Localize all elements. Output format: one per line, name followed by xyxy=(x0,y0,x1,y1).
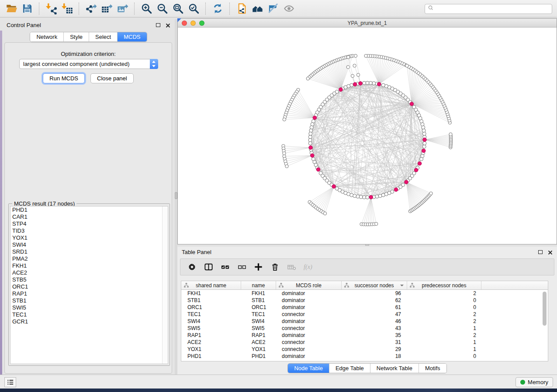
network-node[interactable] xyxy=(283,152,286,155)
import-network-icon[interactable] xyxy=(43,1,59,16)
network-node[interactable] xyxy=(359,195,363,199)
show-columns-icon[interactable] xyxy=(203,262,214,272)
list-item[interactable]: GCR1 xyxy=(10,318,168,325)
network-node[interactable] xyxy=(308,138,312,142)
mcds-node[interactable] xyxy=(422,149,426,153)
mcds-node[interactable] xyxy=(414,168,418,172)
mcds-node[interactable] xyxy=(316,168,320,172)
share-document-icon[interactable] xyxy=(234,1,249,16)
delete-entry-icon[interactable] xyxy=(270,262,280,272)
tab-select[interactable]: Select xyxy=(89,32,117,41)
maximize-window-icon[interactable] xyxy=(199,21,204,26)
network-node[interactable] xyxy=(369,81,372,85)
home-view-icon[interactable] xyxy=(249,1,265,16)
network-node[interactable] xyxy=(283,118,286,121)
mcds-node[interactable] xyxy=(339,88,343,92)
network-node[interactable] xyxy=(353,64,356,67)
network-node[interactable] xyxy=(308,141,312,145)
list-item[interactable]: STP4 xyxy=(10,220,168,227)
network-node[interactable] xyxy=(306,77,309,80)
tab-mcds[interactable]: MCDS xyxy=(117,32,146,41)
network-node[interactable] xyxy=(429,192,432,195)
table-row[interactable]: SWI4SWI4dominator462 xyxy=(181,318,548,325)
mcds-node[interactable] xyxy=(332,185,336,189)
network-canvas[interactable] xyxy=(178,28,557,244)
network-node[interactable] xyxy=(423,141,426,145)
network-node[interactable] xyxy=(401,183,405,186)
export-network-icon[interactable] xyxy=(83,1,99,16)
list-item[interactable]: ACE2 xyxy=(10,269,168,276)
search-input[interactable] xyxy=(435,6,552,12)
hide-labels-icon[interactable] xyxy=(265,1,281,16)
network-node[interactable] xyxy=(422,132,426,135)
network-node[interactable] xyxy=(422,145,426,148)
table-row[interactable]: PHD1PHD1dominator180 xyxy=(181,353,548,360)
network-node[interactable] xyxy=(309,129,313,132)
zoom-fit-icon[interactable] xyxy=(170,1,186,16)
network-node[interactable] xyxy=(364,54,367,57)
export-table-icon[interactable] xyxy=(99,1,114,16)
table-row[interactable]: SWI5SWI5connector431 xyxy=(181,325,548,332)
network-node[interactable] xyxy=(354,54,357,57)
list-item[interactable]: STB5 xyxy=(10,276,168,283)
column-header-successor-nodes[interactable]: successor nodes xyxy=(342,281,407,289)
deselect-all-icon[interactable] xyxy=(236,262,247,272)
mcds-node[interactable] xyxy=(369,195,373,199)
list-item[interactable]: CAR1 xyxy=(10,213,168,220)
network-node[interactable] xyxy=(308,135,312,139)
zoom-in-icon[interactable] xyxy=(138,1,154,16)
tab-node-table[interactable]: Node Table xyxy=(288,364,329,373)
tab-network-table[interactable]: Network Table xyxy=(370,364,419,373)
sort-descending-icon[interactable] xyxy=(400,285,404,286)
import-table-icon[interactable] xyxy=(59,1,75,16)
network-node[interactable] xyxy=(363,196,366,199)
mcds-node[interactable] xyxy=(405,180,408,184)
float-panel-icon[interactable] xyxy=(156,23,160,27)
mcds-node[interactable] xyxy=(313,116,317,120)
network-node[interactable] xyxy=(323,212,326,215)
network-node[interactable] xyxy=(449,133,452,136)
select-all-icon[interactable] xyxy=(220,262,230,272)
float-panel-icon[interactable] xyxy=(538,250,543,254)
list-item[interactable]: TID3 xyxy=(10,227,168,234)
list-item[interactable]: ORC1 xyxy=(10,283,168,290)
list-item[interactable]: STB1 xyxy=(10,297,168,304)
network-node[interactable] xyxy=(412,105,416,109)
network-node[interactable] xyxy=(363,81,366,85)
scrollbar-thumb[interactable] xyxy=(543,292,547,326)
tab-style[interactable]: Style xyxy=(63,32,89,41)
close-panel-icon[interactable] xyxy=(548,250,553,254)
criterion-dropdown[interactable]: largest connected component (undirected) xyxy=(19,59,158,69)
add-entry-icon[interactable] xyxy=(253,262,263,272)
list-item[interactable]: PMA2 xyxy=(10,255,168,262)
list-item[interactable]: TEC1 xyxy=(10,311,168,318)
table-options-gear-icon[interactable] xyxy=(187,262,197,272)
table-row[interactable]: RAP1RAP1dominator352 xyxy=(181,332,548,339)
network-node[interactable] xyxy=(285,165,288,168)
network-node[interactable] xyxy=(405,64,408,67)
network-node[interactable] xyxy=(356,195,360,198)
mcds-node[interactable] xyxy=(309,146,313,150)
result-list-scrollbar[interactable] xyxy=(162,206,168,364)
zoom-selected-icon[interactable] xyxy=(186,1,201,16)
mcds-node[interactable] xyxy=(377,83,381,86)
list-item[interactable]: RAP1 xyxy=(10,290,168,297)
minimize-window-icon[interactable] xyxy=(190,21,196,26)
network-graph[interactable] xyxy=(178,28,557,244)
network-node[interactable] xyxy=(375,222,378,225)
search-box[interactable] xyxy=(425,4,552,14)
column-header-MCDS-role[interactable]: MCDS role xyxy=(276,281,342,289)
network-node[interactable] xyxy=(372,82,376,85)
network-node[interactable] xyxy=(309,132,312,135)
tab-motifs[interactable]: Motifs xyxy=(419,364,446,373)
save-session-icon[interactable] xyxy=(19,1,35,16)
task-history-button[interactable] xyxy=(4,377,16,387)
network-node[interactable] xyxy=(356,73,360,76)
network-node[interactable] xyxy=(366,196,369,199)
table-row[interactable]: ORC1ORC1dominator610 xyxy=(181,304,548,311)
list-item[interactable]: SWI4 xyxy=(10,241,168,248)
table-row[interactable]: TEC1TEC1connector472 xyxy=(181,311,548,318)
list-item[interactable]: SWI5 xyxy=(10,304,168,311)
table-scrollbar[interactable] xyxy=(542,290,547,361)
mcds-result-list[interactable]: PHD1CAR1STP4TID3YOX1SWI4SRD1PMA2FKH1ACE2… xyxy=(10,206,168,364)
